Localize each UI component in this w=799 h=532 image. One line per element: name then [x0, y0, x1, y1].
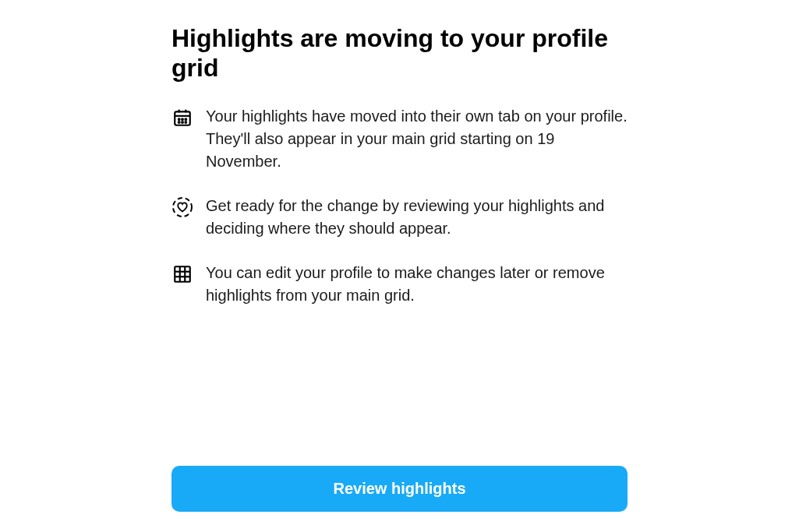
page-title: Highlights are moving to your profile gr…	[171, 23, 628, 83]
svg-point-7	[179, 122, 180, 123]
button-container: Review highlights	[171, 466, 628, 532]
grid-icon	[171, 263, 193, 285]
svg-rect-11	[175, 266, 190, 282]
info-text: You can edit your profile to make change…	[206, 262, 628, 307]
review-highlights-button[interactable]: Review highlights	[171, 466, 628, 512]
svg-point-6	[185, 118, 186, 120]
info-list: Your highlights have moved into their ow…	[171, 105, 628, 466]
heart-dashed-icon	[171, 196, 193, 218]
info-text: Get ready for the change by reviewing yo…	[206, 195, 628, 240]
info-item-calendar: Your highlights have moved into their ow…	[171, 105, 628, 173]
svg-point-9	[185, 122, 186, 123]
svg-point-5	[182, 118, 183, 120]
svg-point-10	[173, 198, 192, 217]
calendar-icon	[171, 107, 193, 129]
info-item-heart: Get ready for the change by reviewing yo…	[171, 195, 628, 240]
info-text: Your highlights have moved into their ow…	[206, 105, 628, 173]
info-item-grid: You can edit your profile to make change…	[171, 262, 628, 307]
svg-point-4	[179, 118, 180, 120]
svg-point-8	[182, 122, 183, 123]
